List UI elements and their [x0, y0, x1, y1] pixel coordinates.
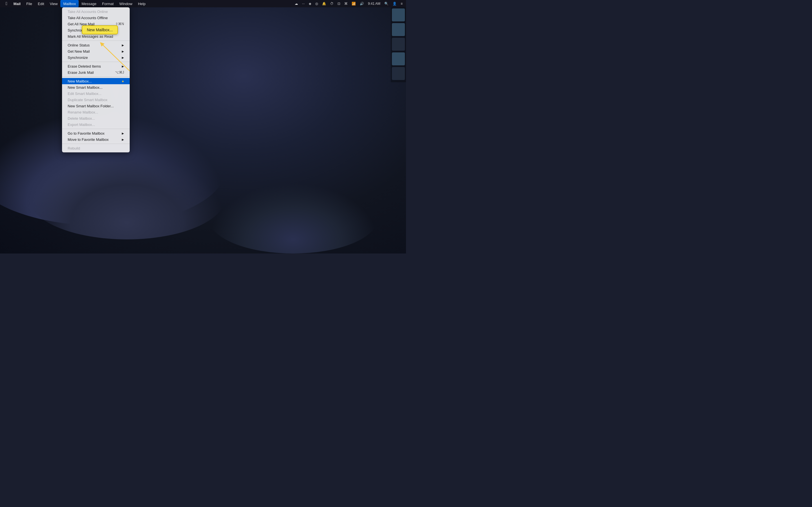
menu-window[interactable]: Window	[116, 0, 135, 7]
menu-item-synchronize[interactable]: Synchronize ▶	[62, 54, 130, 61]
menubar-notification-icon: 🔔	[321, 2, 327, 6]
menubar-user-icon: 👤	[391, 2, 398, 6]
right-strip-item-5	[392, 67, 405, 80]
arrow-move-to-favorite: ▶	[122, 138, 124, 141]
dune-decoration-2	[28, 155, 225, 239]
menu-item-take-offline[interactable]: Take All Accounts Offline	[62, 15, 130, 21]
arrow-synchronize: ▶	[122, 56, 124, 59]
menubar-bluetooth-icon: ⌘	[343, 2, 349, 6]
menu-item-new-smart-mailbox[interactable]: New Smart Mailbox...	[62, 84, 130, 91]
dune-decoration-3	[209, 183, 378, 253]
arrow-get-new-mail: ▶	[122, 50, 124, 53]
menubar-volume-icon: 🔊	[359, 2, 365, 6]
right-sidebar	[391, 7, 406, 82]
menu-format[interactable]: Format	[99, 0, 116, 7]
menubar-dropbox-icon: ◈	[308, 2, 312, 6]
menubar-unknown-icon: ◎	[314, 2, 319, 6]
menubar-time-machine-icon: ⏱	[329, 2, 335, 6]
menu-item-duplicate-smart-mailbox[interactable]: Duplicate Smart Mailbox	[62, 97, 130, 103]
menu-mailbox[interactable]: Mailbox	[60, 0, 79, 7]
menubar-dots-icon: ···	[301, 2, 306, 6]
menubar-wifi-icon: 📶	[350, 2, 357, 6]
menubar-clock: 9:41 AM	[367, 2, 382, 6]
right-strip-item-3	[392, 38, 405, 51]
menubar-search-icon[interactable]: 🔍	[383, 2, 390, 6]
menu-help[interactable]: Help	[135, 0, 148, 7]
menu-item-new-mailbox[interactable]: New Mailbox... ●	[62, 78, 130, 84]
menu-item-edit-smart-mailbox[interactable]: Edit Smart Mailbox...	[62, 91, 130, 97]
menu-mail[interactable]: Mail	[11, 0, 23, 7]
menu-item-go-to-favorite[interactable]: Go to Favorite Mailbox ▶	[62, 130, 130, 136]
menu-message[interactable]: Message	[79, 0, 99, 7]
menu-view[interactable]: View	[47, 0, 61, 7]
menubar-airplay-icon: ⊡	[336, 2, 342, 6]
menu-item-delete-mailbox[interactable]: Delete Mailbox...	[62, 115, 130, 121]
arrow-online-status: ▶	[122, 44, 124, 47]
menu-item-take-online[interactable]: Take All Accounts Online	[62, 8, 130, 15]
menu-item-new-smart-mailbox-folder[interactable]: New Smart Mailbox Folder...	[62, 103, 130, 109]
dot-indicator: ●	[122, 79, 124, 83]
separator-1	[62, 41, 130, 41]
menubar-left:  Mail File Edit View Mailbox Message Fo…	[2, 0, 294, 7]
separator-5	[62, 144, 130, 144]
arrow-erase-deleted: ▶	[122, 65, 124, 68]
separator-2	[62, 62, 130, 62]
shortcut-erase-junk: ⌥⌘J	[115, 70, 124, 74]
menu-item-online-status[interactable]: Online Status ▶	[62, 42, 130, 48]
separator-3	[62, 76, 130, 77]
menu-edit[interactable]: Edit	[35, 0, 47, 7]
menubar:  Mail File Edit View Mailbox Message Fo…	[0, 0, 406, 7]
menu-item-erase-deleted[interactable]: Erase Deleted Items ▶	[62, 63, 130, 69]
arrow-go-to-favorite: ▶	[122, 132, 124, 135]
menu-item-rename-mailbox[interactable]: Rename Mailbox...	[62, 109, 130, 115]
right-strip-item-1	[392, 8, 405, 21]
menu-item-move-to-favorite[interactable]: Move to Favorite Mailbox ▶	[62, 136, 130, 143]
menu-item-rebuild[interactable]: Rebuild	[62, 145, 130, 151]
menu-item-erase-junk[interactable]: Erase Junk Mail ⌥⌘J	[62, 69, 130, 75]
right-strip-item-4	[392, 52, 405, 65]
menubar-right: ☁ ··· ◈ ◎ 🔔 ⏱ ⊡ ⌘ 📶 🔊 9:41 AM 🔍 👤 ≡	[294, 2, 404, 6]
menubar-list-icon: ≡	[400, 2, 404, 6]
menubar-icloud-icon: ☁	[294, 2, 299, 6]
menu-item-get-new-mail[interactable]: Get New Mail ▶	[62, 48, 130, 54]
menu-file[interactable]: File	[23, 0, 35, 7]
new-mailbox-tooltip: New Mailbox...	[82, 25, 118, 34]
menu-item-export-mailbox[interactable]: Export Mailbox...	[62, 121, 130, 128]
apple-menu[interactable]: 	[2, 0, 11, 7]
separator-4	[62, 129, 130, 129]
right-strip-item-2	[392, 23, 405, 36]
